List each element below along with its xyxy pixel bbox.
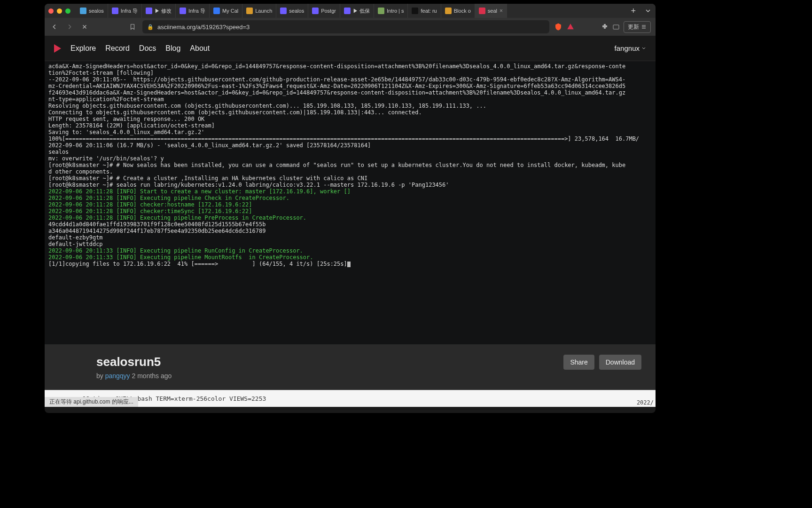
back-button[interactable] [49, 22, 60, 32]
tab-label: Launch [255, 8, 272, 14]
terminal-line: Length: 23578164 (22M) [application/octe… [48, 122, 656, 129]
minimize-window-button[interactable] [57, 8, 62, 14]
address-bar[interactable]: 🔒 asciinema.org/a/519263?speed=3 [142, 20, 549, 33]
close-icon [81, 24, 88, 30]
url-text: asciinema.org/a/519263?speed=3 [157, 24, 250, 31]
cast-author: by pangqyy 2 months ago [96, 372, 563, 380]
terminal-line: 2022-09-06 20:11:33 [INFO] Executing pip… [48, 254, 656, 261]
tab-label: Infra 导 [121, 8, 138, 15]
terminal-line: 2022-09-06 20:11:28 [INFO] Start to crea… [48, 188, 656, 195]
bookmark-button[interactable] [127, 22, 138, 32]
forward-icon [66, 24, 73, 30]
terminal-player[interactable]: ac6a&X-Amz-SignedHeaders=host&actor_id=0… [45, 61, 656, 344]
back-icon [51, 24, 58, 30]
download-button[interactable]: Download [599, 355, 641, 370]
terminal-line: 2022-09-06 20:11:33 [INFO] Executing pip… [48, 247, 656, 254]
terminal-line: default-ezby9gtm [48, 234, 656, 241]
toolbar: 🔒 asciinema.org/a/519263?speed=3 更新 [45, 18, 656, 36]
terminal-line: 2022-09-06 20:11:28 [INFO] Executing pip… [48, 214, 656, 221]
browser-tab[interactable]: sealos [276, 4, 308, 18]
tab-label: feat: ru [421, 8, 437, 14]
site-header: ExploreRecordDocsBlogAbout fangnux [45, 36, 656, 61]
browser-status-bar: 正在等待 api.github.com 的响应... [45, 397, 138, 407]
tab-label: Block o [454, 8, 471, 14]
toolbar-right: 更新 [554, 21, 651, 33]
extensions-icon[interactable] [601, 23, 609, 31]
tab-favicon [246, 8, 253, 14]
tab-favicon [378, 8, 384, 14]
wallet-icon[interactable] [612, 23, 620, 31]
brave-shields-icon[interactable] [554, 23, 562, 31]
terminal-line: sealos [48, 149, 656, 155]
tab-label: Postgr [321, 8, 336, 14]
browser-tab[interactable]: seal× [475, 4, 507, 18]
nav-link-about[interactable]: About [190, 44, 210, 53]
tab-overflow-button[interactable] [640, 8, 656, 14]
tabs: sealosInfra 导▶ 修改Infra 导My CalLaunchseal… [76, 4, 626, 18]
tab-label: Intro | s [387, 8, 404, 14]
terminal-line: Saving to: 'sealos_4.0.0_linux_amd64.tar… [48, 129, 656, 135]
update-button[interactable]: 更新 [624, 21, 651, 33]
svg-rect-0 [613, 25, 619, 29]
update-label: 更新 [628, 23, 639, 31]
cast-meta: sealosrun5 by pangqyy 2 months ago Share… [45, 344, 656, 390]
tab-favicon [213, 8, 220, 14]
nav-link-explore[interactable]: Explore [70, 44, 96, 53]
chevron-down-icon [645, 8, 651, 14]
nav-link-record[interactable]: Record [105, 44, 130, 53]
tab-close-button[interactable]: × [500, 8, 503, 14]
asciinema-logo[interactable] [54, 44, 61, 53]
terminal-line: f24693e43d916ddac6a&X-Amz-SignedHeaders=… [48, 89, 656, 96]
terminal-line: a346a0448719414275d998f244f17eb787f5ee4a… [48, 228, 656, 234]
tab-label: seal [488, 8, 497, 14]
tab-label: My Cal [222, 8, 238, 14]
tab-favicon [479, 8, 485, 14]
new-tab-button[interactable]: + [626, 6, 640, 16]
cast-title: sealosrun5 [96, 355, 563, 369]
tab-favicon [112, 8, 118, 14]
browser-tab[interactable]: ▶ 低保 [340, 4, 374, 18]
browser-tab[interactable]: Infra 导 [108, 4, 142, 18]
browser-tab[interactable]: Block o [441, 4, 475, 18]
close-window-button[interactable] [48, 8, 54, 14]
terminal-line: [root@k8smaster ~]# # Now sealos has bee… [48, 162, 656, 168]
maximize-window-button[interactable] [65, 8, 70, 14]
tab-label: sealos [289, 8, 304, 14]
user-menu[interactable]: fangnux [615, 44, 646, 52]
browser-tab[interactable]: My Cal [210, 4, 242, 18]
tab-favicon [180, 8, 186, 14]
tab-favicon [412, 8, 418, 14]
cursor [347, 262, 351, 267]
nav-link-docs[interactable]: Docs [139, 44, 156, 53]
terminal-line: 2022-09-06 20:11:28 [INFO] checker:hostn… [48, 201, 656, 208]
author-link[interactable]: pangqyy [105, 372, 130, 380]
terminal-line: [root@k8smaster ~]# # Create a cluster ,… [48, 175, 656, 182]
browser-tab[interactable]: Postgr [308, 4, 340, 18]
menu-icon [641, 24, 647, 30]
tab-label: ▶ 修改 [155, 8, 172, 15]
window-controls [48, 8, 70, 14]
stop-button[interactable] [79, 22, 90, 32]
browser-tab[interactable]: Infra 导 [176, 4, 210, 18]
share-button[interactable]: Share [563, 355, 594, 370]
forward-button[interactable] [64, 22, 75, 32]
browser-tab[interactable]: Intro | s [374, 4, 408, 18]
bookmark-icon [129, 24, 136, 30]
tab-favicon [312, 8, 319, 14]
terminal-line: mz-Credential=AKIAIWNJYAX4CSVEH53A%2F202… [48, 83, 656, 89]
terminal-line: 100%[===================================… [48, 135, 656, 142]
terminal-line: default-jwttddcp [48, 241, 656, 247]
brave-rewards-icon[interactable] [566, 23, 575, 31]
terminal-line: 2022-09-06 20:11:28 [INFO] Executing pip… [48, 195, 656, 201]
terminal-line: Connecting to objects.githubusercontent.… [48, 109, 656, 116]
browser-tab[interactable]: ▶ 修改 [142, 4, 176, 18]
browser-tab[interactable]: sealos [76, 4, 108, 18]
nav-link-blog[interactable]: Blog [165, 44, 180, 53]
terminal-line: d other components. [48, 168, 656, 175]
browser-tab[interactable]: Launch [242, 4, 276, 18]
footer-right: 2022/ [635, 398, 656, 407]
tab-favicon [80, 8, 86, 14]
tab-label: Infra 导 [188, 8, 205, 15]
terminal-line: Resolving objects.githubusercontent.com … [48, 103, 656, 109]
browser-tab[interactable]: feat: ru [408, 4, 441, 18]
